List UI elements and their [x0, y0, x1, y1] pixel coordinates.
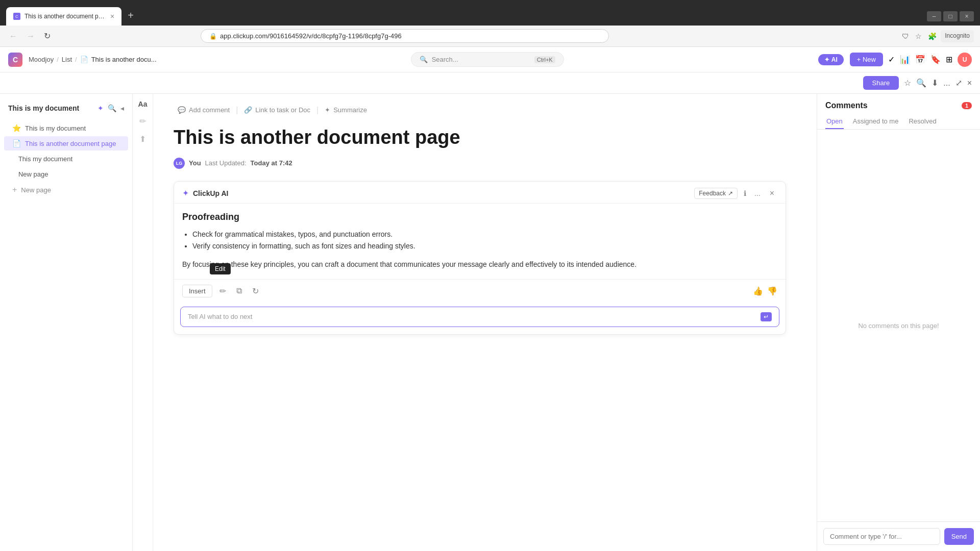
feedback-ext-icon: ↗ — [728, 190, 733, 197]
feedback-button[interactable]: Feedback ↗ — [694, 188, 738, 199]
calendar-icon-btn[interactable]: 📅 — [915, 55, 925, 64]
nav-star-btn[interactable]: ☆ — [913, 30, 924, 42]
summarize-btn[interactable]: ✦ Summarize — [321, 104, 371, 116]
win-max-btn[interactable]: □ — [943, 11, 958, 21]
ai-refresh-btn[interactable]: ↻ — [249, 285, 262, 297]
ai-panel: ✦ ClickUp AI Feedback ↗ ℹ ... × Proofrea… — [174, 181, 786, 335]
grid-icon-btn[interactable]: ⊞ — [946, 55, 952, 64]
ai-panel-header: ✦ ClickUp AI Feedback ↗ ℹ ... × — [174, 182, 786, 204]
share-tool-btn[interactable]: ⬆ — [137, 132, 148, 146]
ai-more-btn[interactable]: ... — [752, 188, 763, 198]
app-topbar: C Moodjoy / List / 📄 This is another doc… — [0, 47, 980, 72]
ai-input-wrap[interactable]: Tell AI what to do next ↵ — [180, 307, 779, 327]
doc-actions: 💬 Add comment | 🔗 Link to task or Doc | … — [174, 104, 786, 116]
nav-reload-btn[interactable]: ↻ — [41, 29, 54, 43]
main-layout: This is my document ✦ 🔍 ◂ ⭐ This is my d… — [0, 94, 980, 551]
action-sep2: | — [316, 106, 318, 115]
ai-thumbs-up-btn[interactable]: 👍 — [753, 286, 763, 296]
doc-bookmark-btn[interactable]: ☆ — [904, 78, 911, 88]
sidebar-item-icon-star: ⭐ — [12, 124, 21, 132]
ai-input-placeholder: Tell AI what to do next — [188, 313, 252, 320]
win-close-btn[interactable]: × — [960, 11, 974, 21]
meta-date: Today at 7:42 — [251, 159, 292, 167]
sidebar-item-another-page[interactable]: 📄 This is another document page — [4, 136, 128, 151]
pen-tool-btn[interactable]: ✏ — [137, 114, 148, 128]
ai-copy-btn[interactable]: ⧉ — [233, 285, 245, 296]
sidebar: This is my document ✦ 🔍 ◂ ⭐ This is my d… — [0, 94, 133, 551]
new-button[interactable]: + New — [850, 53, 883, 66]
nav-back-btn[interactable]: ← — [6, 30, 20, 43]
ai-badge[interactable]: ✦ AI — [818, 54, 844, 65]
doc-more-btn[interactable]: ... — [943, 79, 950, 88]
breadcrumb-sep2: / — [75, 56, 77, 63]
comments-tab-open[interactable]: Open — [825, 114, 844, 129]
user-avatar[interactable]: U — [958, 53, 972, 67]
share-button[interactable]: Share — [863, 76, 899, 90]
comment-send-button[interactable]: Send — [944, 528, 974, 545]
sidebar-collapse-btn[interactable]: ◂ — [120, 104, 124, 112]
sidebar-sparkle-btn[interactable]: ✦ — [97, 104, 104, 112]
sidebar-item-my-document[interactable]: ⭐ This is my document — [4, 121, 128, 135]
browser-chrome: C This is another document page × + – □ … — [0, 0, 980, 26]
ai-edit-btn[interactable]: ✏ — [216, 285, 229, 297]
tab-close[interactable]: × — [110, 12, 114, 20]
nav-ext-btn[interactable]: 🧩 — [926, 30, 939, 42]
ai-info-btn[interactable]: ℹ — [742, 188, 748, 198]
link-task-btn[interactable]: 🔗 Link to task or Doc — [240, 104, 314, 116]
sidebar-item-this-my-doc[interactable]: · This my document — [4, 152, 128, 166]
tab-favicon: C — [13, 13, 20, 20]
ai-footer-right: 👍 👎 — [753, 286, 777, 296]
comments-panel: Comments 1 Open Assigned to me Resolved … — [817, 94, 980, 551]
link-icon: 🔗 — [244, 106, 252, 114]
summarize-label: Summarize — [333, 106, 367, 114]
sidebar-item-icon-doc: 📄 — [12, 139, 21, 147]
aa-button[interactable]: Aa — [135, 98, 151, 110]
lock-icon: 🔒 — [209, 33, 217, 40]
ai-bullet-1: Check for grammatical mistakes, typos, a… — [192, 229, 777, 241]
browser-tab-active[interactable]: C This is another document page × — [6, 7, 121, 26]
nav-right-icons: 🛡 ☆ 🧩 Incognito — [900, 30, 974, 42]
doc-expand-btn[interactable]: ⤢ — [955, 78, 962, 88]
sidebar-item-new-page[interactable]: · New page — [4, 167, 128, 181]
nav-forward-btn[interactable]: → — [23, 30, 38, 43]
doc-download-btn[interactable]: ⬇ — [932, 78, 938, 88]
table-icon-btn[interactable]: 📊 — [900, 55, 910, 64]
tab-title: This is another document page — [24, 13, 106, 20]
address-text: app.clickup.com/9016164592/v/dc/8cpfg7g-… — [220, 32, 600, 40]
link-task-label: Link to task or Doc — [255, 106, 310, 114]
nav-shield-btn[interactable]: 🛡 — [900, 30, 911, 42]
breadcrumb: Moodjoy / List / 📄 This is another docu.… — [29, 56, 157, 63]
new-tab-button[interactable]: + — [124, 8, 138, 23]
add-comment-btn[interactable]: 💬 Add comment — [174, 104, 234, 116]
app-logo: C — [8, 53, 22, 67]
comments-empty-state: No comments on this page! — [817, 130, 980, 521]
comments-tabs: Open Assigned to me Resolved — [817, 110, 980, 130]
comments-tab-assigned[interactable]: Assigned to me — [852, 114, 900, 129]
notification-badge: 1 — [962, 102, 972, 109]
sparkle-action-icon: ✦ — [325, 106, 330, 114]
window-controls: – □ × — [927, 11, 974, 21]
win-min-btn[interactable]: – — [927, 11, 941, 21]
add-page-icon: + — [12, 185, 17, 194]
doc-search-btn[interactable]: 🔍 — [916, 78, 926, 88]
comments-tab-resolved[interactable]: Resolved — [908, 114, 937, 129]
breadcrumb-list: List — [62, 56, 72, 63]
comment-input-field[interactable] — [823, 528, 940, 545]
meta-avatar: LG — [174, 158, 185, 169]
browser-tabs: C This is another document page × + — [6, 0, 927, 26]
sidebar-search-btn[interactable]: 🔍 — [108, 104, 116, 112]
doc-close-btn[interactable]: × — [967, 79, 972, 88]
ai-thumbs-down-btn[interactable]: 👎 — [767, 286, 777, 296]
bookmark-top-icon-btn[interactable]: 🔖 — [930, 55, 941, 64]
doc-meta: LG You Last Updated: Today at 7:42 — [174, 158, 786, 169]
add-page-label: New page — [21, 186, 51, 194]
address-bar[interactable]: 🔒 app.clickup.com/9016164592/v/dc/8cpfg7… — [201, 29, 609, 43]
ai-insert-btn[interactable]: Insert — [182, 285, 212, 297]
ai-close-btn[interactable]: × — [767, 188, 777, 199]
add-page-btn[interactable]: + New page — [4, 182, 128, 197]
search-bar[interactable]: 🔍 Search... Ctrl+K — [411, 52, 564, 67]
meta-updated-label: Last Updated: — [205, 159, 247, 167]
ai-panel-footer: Insert ✏ Edit ⧉ ↻ 👍 👎 — [174, 279, 786, 303]
check-icon-btn[interactable]: ✓ — [888, 55, 895, 64]
search-placeholder: Search... — [432, 56, 458, 63]
